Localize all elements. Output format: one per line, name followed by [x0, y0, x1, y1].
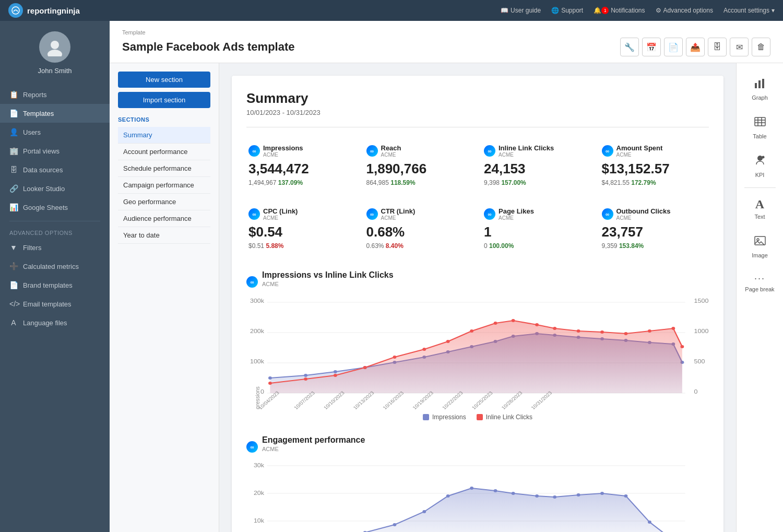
svg-point-44 — [512, 319, 515, 322]
sidebar-nav: 📋 Reports 📄 Templates 👤 Users 🏢 Portal v… — [0, 85, 110, 332]
settings-button[interactable]: 🔧 — [620, 38, 639, 56]
svg-point-85 — [648, 521, 651, 524]
kpi-value: 0.68% — [366, 224, 472, 240]
report-divider — [246, 127, 709, 127]
sidebar-item-looker-studio[interactable]: 🔗 Looker Studio — [0, 179, 110, 198]
topnav-notifications[interactable]: 🔔 1 Notifications — [594, 7, 645, 14]
svg-text:500: 500 — [694, 358, 705, 364]
kpi-value: $0.54 — [248, 224, 354, 240]
sidebar-item-google-sheets[interactable]: 📊 Google Sheets — [0, 198, 110, 217]
svg-point-2 — [48, 50, 62, 56]
kpi-source: ACME — [381, 215, 416, 221]
new-section-button[interactable]: New section — [118, 72, 210, 88]
svg-point-76 — [446, 494, 450, 498]
calendar-button[interactable]: 📅 — [642, 38, 661, 56]
svg-point-40 — [422, 348, 426, 351]
page-break-icon: ··· — [754, 273, 765, 284]
section-item-audience-performance[interactable]: Audience performance — [118, 210, 210, 227]
svg-point-81 — [553, 495, 556, 499]
right-panel-divider — [744, 187, 776, 188]
sidebar-item-filters[interactable]: ▼ Filters — [0, 238, 110, 257]
kpi-icon — [754, 154, 766, 170]
kpi-source: ACME — [616, 215, 671, 221]
section-item-schedule-performance[interactable]: Schedule performance — [118, 160, 210, 177]
meta-icon-outbound-clicks: ∞ — [602, 208, 613, 220]
right-panel-table[interactable]: Table — [739, 110, 781, 145]
svg-text:20k: 20k — [254, 490, 264, 496]
svg-point-49 — [624, 332, 628, 335]
sidebar-item-templates[interactable]: 📄 Templates — [0, 104, 110, 123]
sidebar-item-calculated-metrics[interactable]: ➕ Calculated metrics — [0, 257, 110, 276]
svg-point-52 — [680, 345, 684, 348]
kpi-source: ACME — [263, 152, 303, 158]
report-card: Summary 10/01/2023 - 10/31/2023 ∞ Impres… — [232, 76, 723, 532]
section-item-geo-performance[interactable]: Geo performance — [118, 194, 210, 210]
sidebar-item-portal-views[interactable]: 🏢 Portal views — [0, 141, 110, 160]
section-item-year-to-date[interactable]: Year to date — [118, 227, 210, 244]
templates-icon: 📄 — [9, 109, 18, 117]
section-item-summary[interactable]: Summary — [118, 127, 210, 144]
right-panel-text[interactable]: A Text — [739, 192, 781, 225]
database-icon: 🗄 — [9, 165, 18, 174]
export-button[interactable]: 📤 — [686, 38, 705, 56]
svg-text:100k: 100k — [250, 358, 264, 364]
delete-button[interactable]: 🗑 — [752, 38, 770, 56]
kpi-value: 1 — [484, 224, 589, 240]
meta-icon-inline-link-clicks: ∞ — [484, 145, 495, 157]
right-panel-graph[interactable]: Graph — [739, 72, 781, 106]
report-canvas: Summary 10/01/2023 - 10/31/2023 ∞ Impres… — [219, 63, 736, 532]
svg-point-95 — [757, 156, 763, 161]
chevron-down-icon: ▾ — [772, 7, 775, 14]
svg-point-36 — [304, 377, 307, 381]
page-header: Template Sample Facebook Ads template 🔧 … — [110, 21, 783, 63]
sidebar-item-language-files[interactable]: A Language files — [0, 313, 110, 332]
sidebar-item-email-templates[interactable]: </> Email templates — [0, 294, 110, 313]
svg-text:1000: 1000 — [694, 328, 709, 334]
email-button[interactable]: ✉ — [730, 38, 749, 56]
kpi-name: Impressions — [263, 144, 303, 152]
chart-engagement-performance: ∞ Engagement performance ACME — [246, 435, 709, 532]
svg-point-0 — [12, 7, 19, 14]
kpi-amount-spent: ∞ Amount Spent ACME $13,152.57 $4,821.55… — [600, 138, 709, 193]
right-panel-image[interactable]: Image — [739, 229, 781, 264]
right-panel-kpi[interactable]: KPI — [739, 149, 781, 183]
svg-point-35 — [268, 382, 272, 385]
data-button[interactable]: 🗄 — [708, 38, 727, 56]
book-icon: 📖 — [501, 7, 508, 14]
pdf-button[interactable]: 📄 — [664, 38, 683, 56]
import-section-button[interactable]: Import section — [118, 92, 210, 108]
kpi-source: ACME — [263, 215, 298, 221]
sidebar-item-data-sources[interactable]: 🗄 Data sources — [0, 160, 110, 179]
sidebar: John Smith 📋 Reports 📄 Templates 👤 Users… — [0, 21, 110, 532]
svg-rect-89 — [762, 79, 764, 88]
kpi-inline-link-clicks: ∞ Inline Link Clicks ACME 24,153 9,398 1… — [482, 138, 591, 193]
sidebar-item-users[interactable]: 👤 Users — [0, 123, 110, 141]
section-item-campaign-performance[interactable]: Campaign performance — [118, 177, 210, 194]
topnav-user-guide[interactable]: 📖 User guide — [501, 7, 541, 14]
topnav-advanced-options[interactable]: ⚙ Advanced options — [656, 7, 713, 14]
topnav-support[interactable]: 🌐 Support — [551, 7, 583, 14]
meta-icon-ctr: ∞ — [366, 208, 378, 220]
sidebar-item-label: Email templates — [23, 300, 71, 308]
brand-icon: 📄 — [9, 281, 18, 289]
section-item-account-performance[interactable]: Account performance — [118, 144, 210, 160]
kpi-name: Inline Link Clicks — [499, 144, 554, 152]
sidebar-item-label: Calculated metrics — [23, 263, 79, 270]
svg-point-18 — [304, 374, 307, 377]
svg-point-96 — [762, 156, 764, 159]
svg-point-84 — [624, 494, 628, 498]
app-logo[interactable]: reportingninja — [8, 3, 80, 18]
sidebar-item-reports[interactable]: 📋 Reports — [0, 85, 110, 104]
filter-icon: ▼ — [9, 243, 18, 252]
svg-point-42 — [470, 329, 473, 333]
sidebar-item-label: Filters — [23, 244, 41, 252]
svg-point-74 — [393, 523, 397, 526]
sidebar-item-brand-templates[interactable]: 📄 Brand templates — [0, 276, 110, 294]
topnav-account-settings[interactable]: Account settings ▾ — [723, 7, 775, 14]
sidebar-username[interactable]: John Smith — [38, 67, 72, 75]
kpi-name: Page Likes — [499, 207, 534, 215]
meta-icon-reach: ∞ — [366, 145, 378, 157]
svg-point-82 — [577, 493, 580, 496]
right-panel-page-break[interactable]: ··· Page break — [739, 268, 781, 298]
kpi-sub: 0 100.00% — [484, 242, 589, 250]
